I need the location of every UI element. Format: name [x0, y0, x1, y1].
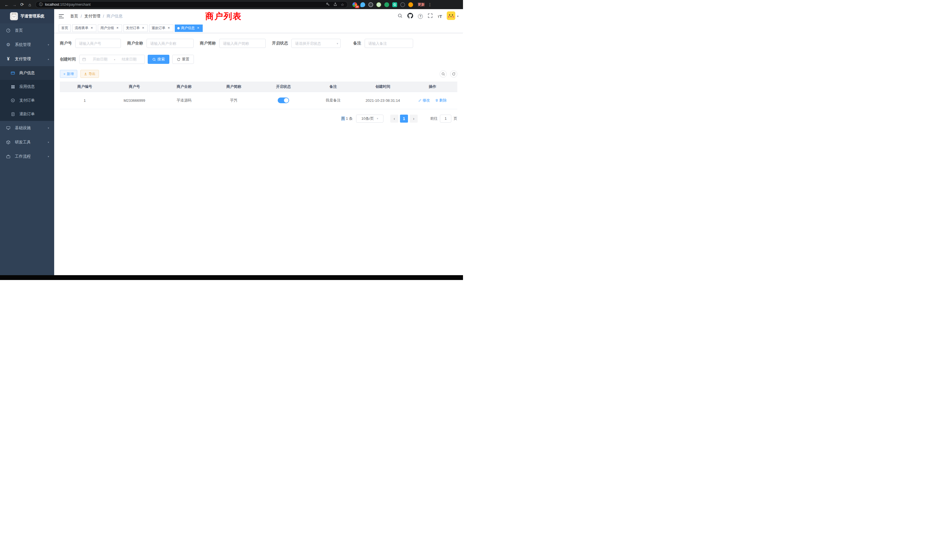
chevron-down-icon: ▾	[48, 155, 49, 158]
close-icon[interactable]: ×	[196, 26, 200, 30]
tab-user-group[interactable]: 用户分组×	[98, 24, 122, 32]
reset-button[interactable]: 重置	[172, 55, 194, 64]
breadcrumb-separator: /	[103, 14, 104, 18]
create-time-range-picker[interactable]: 开始日期 - 结束日期	[79, 55, 145, 64]
tab-label: 商户信息	[181, 26, 195, 30]
home-icon[interactable]: ⌂	[26, 1, 34, 8]
breadcrumb-current: 商户信息	[107, 14, 123, 19]
extension-multicolor-icon[interactable]: 10	[353, 2, 357, 7]
next-page-button[interactable]: ›	[410, 115, 418, 123]
help-icon[interactable]: ?	[418, 14, 423, 19]
search-icon[interactable]	[398, 13, 402, 20]
logo-image	[10, 12, 18, 20]
pagination-total: 共 1 条	[341, 116, 353, 121]
merchant-no-input[interactable]	[75, 39, 121, 48]
status-toggle[interactable]	[278, 97, 289, 103]
sidebar-item-app-info[interactable]: 应用信息	[0, 80, 54, 94]
delete-button[interactable]: 删除	[435, 98, 447, 103]
tab-process-form[interactable]: 流程表单×	[72, 24, 96, 32]
goto-page-input[interactable]	[440, 115, 451, 123]
reload-icon[interactable]: ⟳	[18, 1, 26, 8]
close-icon[interactable]: ×	[115, 26, 120, 30]
grid-icon	[10, 85, 16, 89]
avatar-caret-icon[interactable]: ▾	[457, 15, 458, 18]
sidebar-item-infra[interactable]: 基础设施 ▾	[0, 121, 54, 135]
sidebar-item-system[interactable]: ⚙ 系统管理 ▾	[0, 38, 54, 52]
tab-refund-order[interactable]: 退款订单×	[149, 24, 173, 32]
sidebar-item-label: 支付管理	[15, 56, 31, 62]
sidebar-item-payment[interactable]: ¥ 支付管理 ▴	[0, 52, 54, 66]
extension-badge: 10	[355, 5, 359, 8]
page-1-button[interactable]: 1	[400, 115, 408, 123]
pagination: 共 1 条 10条/页 ▾ ‹ 1 › 前往 页	[60, 115, 457, 123]
extension-dark-circle-icon[interactable]	[368, 2, 373, 7]
github-icon[interactable]	[407, 13, 413, 20]
sidebar-item-workflow[interactable]: 工作流程 ▾	[0, 150, 54, 163]
sidebar-item-home[interactable]: 首页	[0, 23, 54, 38]
add-button[interactable]: + 新增	[60, 70, 77, 78]
share-icon[interactable]	[333, 2, 337, 7]
short-name-input[interactable]	[219, 39, 266, 48]
close-icon[interactable]: ×	[141, 26, 145, 30]
tab-label: 流程表单	[75, 26, 88, 30]
password-key-icon[interactable]	[326, 2, 330, 7]
breadcrumb-home[interactable]: 首页	[70, 14, 78, 19]
cell-merchant-id: 1	[60, 92, 109, 109]
tab-home[interactable]: 首页	[59, 24, 71, 32]
merchant-table: 商户编号 商户号 商户全称 商户简称 开启状态 备注 创建时间 操作 1 M23…	[60, 82, 457, 109]
extension-profile-icon[interactable]	[408, 2, 413, 7]
sidebar-item-merchant-info[interactable]: 商户信息	[0, 66, 54, 80]
page-size-select[interactable]: 10条/页 ▾	[356, 115, 383, 123]
font-size-icon[interactable]: TT	[437, 14, 442, 19]
browser-menu-icon[interactable]: ⋮	[428, 2, 432, 7]
search-button[interactable]: 搜索	[148, 55, 169, 64]
extension-avatar-icon[interactable]	[376, 2, 381, 7]
user-avatar[interactable]	[447, 11, 455, 21]
sidebar-item-dev-tools[interactable]: 研发工具 ▾	[0, 135, 54, 150]
close-icon[interactable]: ×	[167, 26, 171, 30]
delete-icon	[435, 98, 439, 102]
sidebar-item-label: 支付订单	[20, 98, 35, 103]
sidebar-item-label: 商户信息	[20, 70, 35, 76]
fullscreen-icon[interactable]	[428, 13, 433, 20]
browser-update-button[interactable]: 更新	[418, 2, 425, 7]
extension-pin-icon[interactable]	[400, 2, 405, 7]
refresh-table-icon[interactable]	[450, 70, 457, 77]
tab-pay-order[interactable]: 支付订单×	[123, 24, 148, 32]
close-icon[interactable]: ×	[90, 26, 94, 30]
sidebar-item-label: 基础设施	[15, 126, 31, 130]
back-icon[interactable]: ←	[3, 1, 11, 8]
delete-button-label: 删除	[439, 98, 447, 103]
edit-icon	[418, 98, 422, 102]
download-icon	[84, 72, 87, 76]
remark-input[interactable]	[365, 39, 413, 48]
edit-button[interactable]: 修改	[418, 98, 430, 103]
short-name-label: 商户简称	[200, 41, 216, 46]
sidebar-item-label: 系统管理	[15, 42, 31, 47]
header-actions: 操作	[408, 82, 457, 92]
url-path: :1024/pay/merchant	[59, 3, 91, 6]
hide-search-icon[interactable]	[440, 70, 447, 77]
header-status: 开启状态	[259, 82, 308, 92]
url-bar[interactable]: ⓘ localhost:1024/pay/merchant ☆	[35, 1, 348, 8]
extension-grammarly-icon[interactable]: G	[392, 2, 397, 7]
sidebar-toggle-icon[interactable]	[59, 13, 65, 20]
url-text: localhost:1024/pay/merchant	[45, 3, 324, 6]
merchant-name-input[interactable]	[147, 39, 194, 48]
extension-green-circle-icon[interactable]	[384, 2, 389, 7]
bookmark-star-icon[interactable]: ☆	[341, 3, 344, 7]
chevron-down-icon: ▾	[48, 43, 49, 46]
prev-page-button[interactable]: ‹	[390, 115, 398, 123]
tab-merchant-info[interactable]: 商户信息×	[175, 24, 203, 32]
status-label: 开启状态	[272, 41, 288, 46]
dashboard-icon	[5, 28, 11, 33]
extension-drop-icon[interactable]	[360, 2, 365, 7]
breadcrumb-payment[interactable]: 支付管理	[85, 14, 100, 19]
chevron-down-icon: ▾	[48, 127, 49, 129]
sidebar-item-pay-order[interactable]: 支付订单	[0, 94, 54, 107]
sidebar-item-refund-order[interactable]: 退款订单	[0, 107, 54, 121]
status-select[interactable]	[291, 39, 341, 48]
export-button[interactable]: 导出	[80, 70, 99, 78]
site-info-icon[interactable]: ⓘ	[39, 2, 43, 7]
forward-icon[interactable]: →	[11, 1, 18, 8]
